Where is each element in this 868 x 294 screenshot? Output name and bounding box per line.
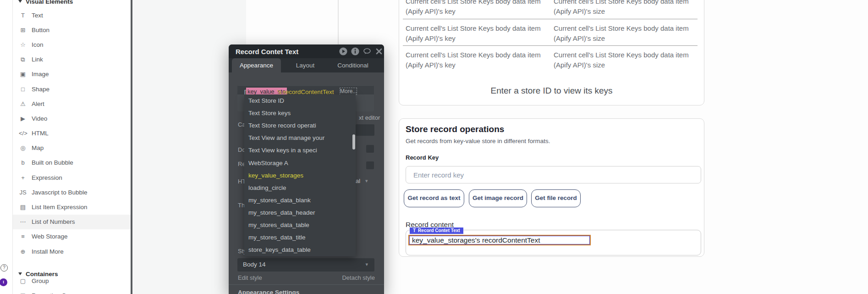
page-edge-line	[338, 0, 339, 44]
comment-icon[interactable]	[363, 47, 372, 56]
sidebar-item-alert[interactable]: ⚠ Alert	[13, 96, 131, 111]
visual-elements-section-header[interactable]: Visual Elements	[13, 0, 131, 6]
dropdown-option[interactable]: my_stores_data_blank	[244, 194, 356, 206]
sidebar-item-list-of-numbers[interactable]: ⋯ List of Numbers	[13, 215, 131, 229]
preview-play-icon[interactable]	[339, 47, 348, 56]
style-select-value: Body 14	[243, 261, 266, 268]
key-cell: Current cell's List Store Keys body data…	[406, 0, 543, 19]
get-record-as-text-button[interactable]: Get record as text	[404, 189, 464, 207]
checkbox-2[interactable]	[366, 161, 374, 169]
element-title: Record Contet Text	[236, 48, 298, 55]
dropdown-option[interactable]: WebStorage A	[244, 156, 356, 169]
sidebar-item-web-storage[interactable]: ≡ Web Storage	[13, 229, 131, 244]
sidebar-item-shape[interactable]: □ Shape	[13, 82, 131, 96]
store-keys-card: Current cell's List Store Keys body data…	[399, 0, 704, 105]
chevron-down-icon: ▾	[365, 261, 368, 267]
get-image-record-button[interactable]: Get image record	[469, 189, 527, 207]
dropdown-scrollbar-thumb[interactable]	[352, 134, 355, 150]
autocomplete-dropdown: Text Store ID Text Store keys Text Store…	[244, 94, 356, 256]
info-icon[interactable]	[351, 47, 360, 56]
sidebar-item-expression[interactable]: + Expression	[13, 170, 131, 185]
star-icon: ☆	[19, 41, 27, 48]
map-pin-icon: ◎	[19, 144, 27, 151]
sidebar-item-group[interactable]: ▢ Group	[13, 273, 131, 288]
install-plus-icon: ⊕	[19, 248, 27, 255]
button-icon: ⊞	[19, 27, 27, 33]
key-cell: Current cell's List Store Keys body data…	[406, 23, 543, 45]
tab-conditional[interactable]: Conditional	[330, 58, 376, 72]
tab-appearance[interactable]: Appearance	[232, 58, 281, 72]
field-box-fragment[interactable]	[356, 124, 374, 136]
sidebar-item-javascript-to-bubble[interactable]: JS Javascript to Bubble	[13, 185, 131, 200]
edit-style-link[interactable]: Edit style	[238, 274, 262, 281]
record-key-input[interactable]	[406, 166, 701, 183]
text-icon: T	[19, 12, 27, 19]
link-icon: ⧉	[19, 56, 27, 63]
sidebar-item-install-more[interactable]: ⊕ Install More	[13, 244, 131, 259]
card-title: Store record operations	[406, 124, 504, 134]
dropdown-option[interactable]: my_stores_data_header	[244, 206, 356, 219]
dropdown-option[interactable]: my_stores_data_table	[244, 219, 356, 231]
store-keys-row: Current cell's List Store Keys body data…	[403, 19, 698, 45]
sidebar-item-repeating-group[interactable]: ▦ Repeating Group	[13, 288, 131, 294]
tab-layout[interactable]: Layout	[282, 58, 328, 72]
detach-style-link[interactable]: Detach style	[342, 274, 375, 281]
dropdown-option[interactable]: my_stores_data_title	[244, 231, 356, 244]
dropdown-option[interactable]: Text Store keys	[244, 107, 356, 119]
get-file-record-button[interactable]: Get file record	[531, 189, 581, 207]
selected-text-element[interactable]: key_value_storages's recordContentText	[408, 235, 591, 245]
elements-palette: Visual Elements T Text ⊞ Button ☆ Icon	[13, 0, 131, 294]
dropdown-option[interactable]: key_value_storages	[244, 169, 356, 182]
appearance-settings-heading: Appearance Settings	[238, 289, 299, 294]
property-editor-header[interactable]: Record Contet Text	[229, 44, 384, 58]
tabs-bar: Appearance Layout Conditional	[229, 58, 384, 72]
clipboard-icon: ▤	[19, 204, 27, 211]
size-cell: Current cell's List Store Keys body data…	[554, 50, 691, 72]
sidebar-item-map[interactable]: ◎ Map	[13, 141, 131, 155]
sidebar-item-text[interactable]: T Text	[13, 8, 131, 22]
js-icon: JS	[19, 189, 27, 196]
chevron-down-icon: ▾	[365, 178, 368, 184]
sidebar-item-built-on-bubble[interactable]: b Built on Bubble	[13, 155, 131, 170]
bubble-editor: Current cell's List Store Keys body data…	[0, 0, 868, 294]
containers-list: ▢ Group ▦ Repeating Group	[13, 273, 131, 294]
empty-state-text: Enter a store ID to view its keys	[399, 86, 704, 96]
size-cell: Current cell's List Store Keys body data…	[554, 0, 691, 19]
sidebar-item-link[interactable]: ⧉ Link	[13, 52, 131, 67]
close-icon[interactable]	[374, 47, 384, 56]
group-icon: ▢	[19, 277, 27, 284]
sidebar-item-button[interactable]: ⊞ Button	[13, 22, 131, 37]
sidebar-scrollbar[interactable]	[131, 0, 132, 294]
rich-text-editor-link-fragment[interactable]: xt editor	[359, 114, 380, 121]
store-record-operations-card: Store record operations Get records from…	[399, 118, 704, 257]
sidebar-item-html[interactable]: </> HTML	[13, 126, 131, 141]
store-keys-row: Current cell's List Store Keys body data…	[403, 45, 698, 72]
ellipsis-icon: ⋯	[19, 218, 27, 225]
key-cell: Current cell's List Store Keys body data…	[406, 50, 543, 72]
code-icon: </>	[19, 130, 27, 137]
sidebar-item-list-item-expression[interactable]: ▤ List Item Expression	[13, 200, 131, 214]
text-element-icon: T	[413, 228, 416, 233]
dropdown-option[interactable]: Text Store record operati	[244, 119, 356, 132]
section-label: Visual Elements	[26, 0, 73, 5]
store-keys-table: Current cell's List Store Keys body data…	[403, 0, 698, 72]
dropdown-option[interactable]: Text View keys in a speci	[244, 144, 356, 156]
dropdown-option[interactable]: Text Store ID	[244, 94, 356, 107]
property-editor: Record Contet Text Appearance Layout Con…	[229, 44, 384, 294]
help-icon[interactable]: ?	[0, 264, 8, 272]
checkbox-1[interactable]	[366, 145, 374, 153]
sidebar-item-video[interactable]: ▶ Video	[13, 111, 131, 126]
expression-more-chip[interactable]: More...	[340, 88, 357, 95]
divider	[229, 284, 384, 285]
avatar[interactable]: I	[0, 278, 7, 286]
sidebar-item-icon[interactable]: ☆ Icon	[13, 37, 131, 52]
sidebar-item-image[interactable]: ▣ Image	[13, 67, 131, 82]
select-value-fragment[interactable]: al	[356, 178, 360, 184]
dropdown-option[interactable]: Text View and manage your	[244, 132, 356, 144]
visual-elements-list: T Text ⊞ Button ☆ Icon ⧉ Link	[13, 8, 131, 259]
style-select[interactable]: Body 14 ▾	[237, 258, 374, 272]
dropdown-option[interactable]: loading_circle	[244, 182, 356, 194]
dropdown-option[interactable]: store_keys_data_table	[244, 244, 356, 256]
selected-element-badge-label: Record Contet Text	[418, 228, 460, 233]
repeating-group-icon: ▦	[19, 292, 27, 294]
